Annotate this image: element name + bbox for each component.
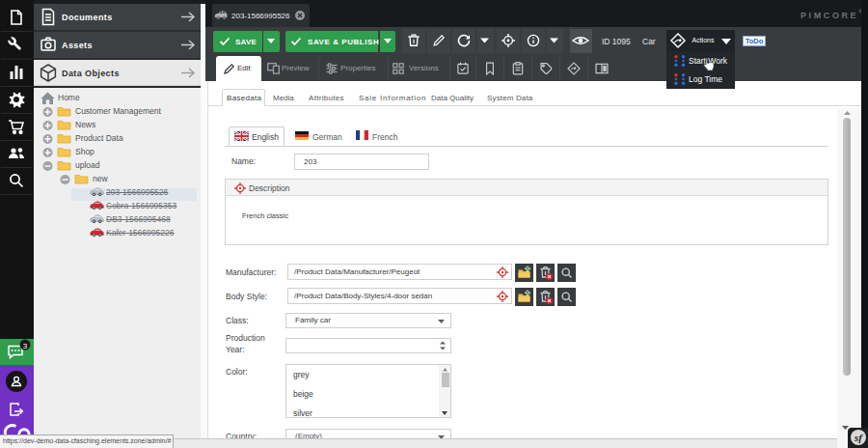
- svg-text:3: 3: [23, 342, 28, 350]
